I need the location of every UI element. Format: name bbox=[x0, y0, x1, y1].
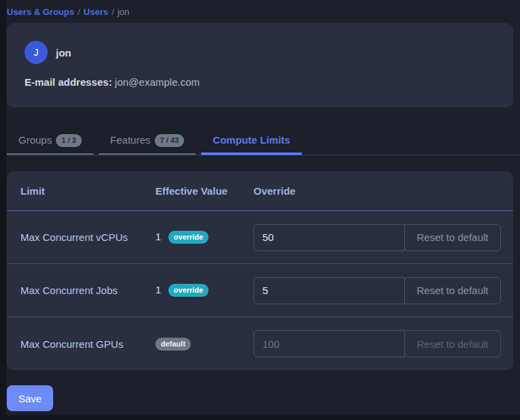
effective-value-badge: override bbox=[168, 284, 209, 297]
reset-to-default-button: Reset to default bbox=[404, 330, 501, 357]
column-header-effective-value: Effective Value bbox=[155, 185, 254, 197]
tab-compute-limits-label: Compute Limits bbox=[213, 134, 290, 146]
reset-to-default-button[interactable]: Reset to default bbox=[404, 224, 501, 251]
tab-groups-count-badge: 1 / 3 bbox=[56, 134, 81, 147]
avatar-initial: J bbox=[34, 47, 39, 58]
tab-features-count-badge: 7 / 43 bbox=[155, 134, 185, 147]
limit-name: Max Concurrent vCPUs bbox=[20, 231, 155, 243]
table-row: Max Concurrent vCPUs 1 override Reset to… bbox=[7, 211, 513, 264]
override-input[interactable] bbox=[254, 330, 405, 357]
breadcrumb-link-users-and-groups[interactable]: Users & Groups bbox=[7, 7, 74, 17]
tab-features[interactable]: Features7 / 43 bbox=[99, 128, 196, 155]
override-input[interactable] bbox=[254, 277, 405, 304]
breadcrumb: Users & Groups/Users/jon bbox=[6, 0, 520, 18]
effective-value: 1 bbox=[155, 231, 161, 242]
column-header-limit: Limit bbox=[20, 185, 155, 197]
user-header: J jon bbox=[25, 41, 495, 64]
table-row: Max Concurrent GPUs default Reset to def… bbox=[7, 317, 513, 370]
tab-features-label: Features bbox=[110, 134, 151, 146]
limit-name: Max Concurrent Jobs bbox=[20, 285, 155, 296]
override-cell: Reset to default bbox=[254, 224, 502, 251]
effective-value-cell: default bbox=[155, 338, 254, 351]
reset-to-default-button[interactable]: Reset to default bbox=[404, 277, 501, 304]
breadcrumb-separator: / bbox=[112, 7, 114, 17]
save-button[interactable]: Save bbox=[7, 385, 53, 411]
override-input-group: Reset to default bbox=[254, 277, 502, 304]
breadcrumb-current-user: jon bbox=[117, 7, 129, 17]
user-card: J jon E-mail addresses: jon@example.com bbox=[7, 23, 513, 108]
email-label: E-mail addresses: bbox=[25, 76, 112, 88]
table-body: Max Concurrent vCPUs 1 override Reset to… bbox=[7, 211, 513, 370]
table-header-row: Limit Effective Value Override bbox=[7, 172, 513, 211]
tab-compute-limits[interactable]: Compute Limits bbox=[201, 128, 301, 155]
table-row: Max Concurrent Jobs 1 override Reset to … bbox=[7, 264, 513, 317]
email-value: jon@example.com bbox=[115, 76, 200, 88]
override-input-group: Reset to default bbox=[254, 224, 502, 251]
breadcrumb-link-users[interactable]: Users bbox=[84, 7, 108, 17]
compute-limits-table: Limit Effective Value Override Max Concu… bbox=[7, 172, 513, 370]
override-cell: Reset to default bbox=[254, 277, 502, 304]
effective-value: 1 bbox=[155, 284, 161, 295]
override-cell: Reset to default bbox=[254, 330, 502, 357]
effective-value-badge: override bbox=[168, 231, 209, 244]
tab-groups[interactable]: Groups1 / 3 bbox=[7, 128, 93, 155]
tab-groups-label: Groups bbox=[18, 134, 52, 146]
column-header-override: Override bbox=[254, 185, 500, 197]
effective-value-badge: default bbox=[155, 338, 191, 351]
breadcrumb-separator: / bbox=[78, 7, 80, 17]
tab-bar: Groups1 / 3 Features7 / 43 Compute Limit… bbox=[7, 128, 520, 155]
email-line: E-mail addresses: jon@example.com bbox=[25, 75, 495, 90]
effective-value-cell: 1 override bbox=[155, 231, 254, 244]
username: jon bbox=[56, 47, 72, 59]
avatar: J bbox=[25, 41, 48, 64]
limit-name: Max Concurrent GPUs bbox=[20, 338, 155, 350]
effective-value-cell: 1 override bbox=[155, 284, 254, 297]
override-input-group: Reset to default bbox=[254, 330, 502, 357]
override-input[interactable] bbox=[254, 224, 405, 251]
